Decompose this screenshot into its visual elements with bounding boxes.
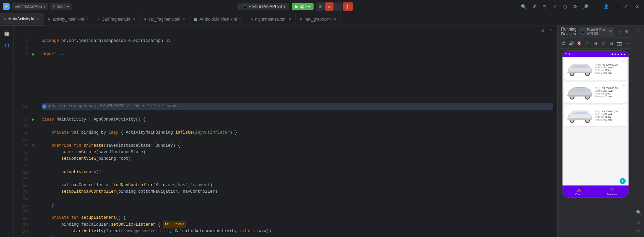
svg-rect-14: [567, 118, 592, 120]
breadcrumb-icon[interactable]: ⊟: [539, 27, 546, 34]
tab-car-fragment-xml[interactable]: ≷ car_fragment.xml ✕: [140, 13, 190, 25]
panel-settings-button[interactable]: ⚙: [624, 28, 630, 35]
line-numbers: 1 2 3 11 12 13 14 15 16 17 18 19: [14, 35, 29, 237]
phone-nav-carros[interactable]: 🚗 Carros: [563, 185, 596, 197]
device-label: Pixel 6 Pro API 33: [249, 4, 282, 9]
stop-button[interactable]: ■: [325, 2, 334, 11]
favorite-star-2[interactable]: ☆: [622, 84, 625, 88]
svg-rect-9: [567, 95, 592, 96]
close-tab-icon[interactable]: ✕: [132, 17, 135, 21]
tab-label: car_fragment.xml: [149, 17, 181, 22]
build-error-button[interactable]: ▌: [343, 2, 353, 11]
more-actions-button[interactable]: ⋮: [592, 2, 600, 11]
maximize-button[interactable]: □: [623, 2, 631, 11]
editor-area: ⊟ ✓ 1 2 3 11 12 13 14 15: [14, 25, 557, 237]
screenshot-button[interactable]: 📷: [616, 40, 623, 47]
code-line-16: override fun onCreate(savedInstanceState…: [42, 143, 553, 149]
chevron-down-icon-3: ▾: [283, 4, 285, 9]
favorite-star-3[interactable]: ☆: [622, 107, 625, 111]
nav-home[interactable]: □: [600, 40, 607, 47]
refresh-button[interactable]: ↺: [530, 2, 538, 11]
settings-button[interactable]: ⚙: [571, 2, 579, 11]
run-button[interactable]: ▶ app ▾: [292, 3, 314, 10]
code-line-13: [42, 123, 553, 129]
code-line-blank7: [42, 97, 553, 103]
account-button[interactable]: 👤: [602, 2, 610, 11]
sidebar-icon-more[interactable]: ⋯: [2, 65, 12, 75]
commit-text: Jessicaraissapessoa, 27/09/2023 21:58 • …: [48, 103, 182, 110]
tab-night-themes[interactable]: ≷ night\themes.xml ✕: [246, 13, 296, 25]
phone-bottom-nav: 🚗 Carros ♡ Favoritos: [563, 185, 629, 197]
phone-status-bar: 7:17 ◈◈▲▲▲: [563, 51, 629, 57]
device-selector-button[interactable]: 📱 Pixel 6 Pro API 33 ▾: [238, 3, 289, 10]
branch-label: main: [57, 4, 66, 9]
code-line-blank2: [42, 64, 553, 70]
close-tab-icon[interactable]: ✕: [288, 17, 291, 21]
close-tab-icon[interactable]: ✕: [86, 17, 89, 21]
git-branch-icon: ⑂: [53, 4, 55, 9]
car-bateria-2: Bateria 232 kWh: [596, 90, 620, 92]
tab-more-button[interactable]: ⋮: [341, 16, 351, 22]
tab-nav-graph[interactable]: ≷ nav_graph.xml ✕: [296, 13, 341, 25]
fit-button[interactable]: ⊡: [635, 227, 643, 236]
find-button[interactable]: 🔎: [581, 2, 590, 11]
code-line-25: }: [42, 202, 553, 208]
device-tab[interactable]: 📱 Pixel 6 Pro API 33 ✕: [579, 27, 614, 36]
phone-status-icons: ◈◈▲▲▲: [611, 53, 626, 56]
sync-button[interactable]: ⟳: [316, 2, 325, 11]
tab-main-activity[interactable]: K MainActivity.kt ✕: [0, 13, 44, 25]
close-tab-icon[interactable]: ✕: [334, 17, 336, 21]
car-potencia-2: Potência 100cv: [596, 92, 620, 95]
app-name-button[interactable]: ElectricCarApp ▾: [12, 3, 48, 10]
run-controls: ⟳ ■ ⋮ ▌: [316, 2, 353, 11]
tab-android-manifest[interactable]: 🤖 AndroidManifest.xml ✕: [189, 13, 246, 25]
panel-more-button[interactable]: ⋮: [616, 28, 622, 35]
close-tab-icon[interactable]: ✕: [239, 17, 242, 21]
close-tab-icon[interactable]: ✕: [36, 17, 39, 21]
tab-label: night\themes.xml: [255, 17, 286, 22]
rotate-button[interactable]: ⟳: [584, 40, 590, 47]
zoom-in-button[interactable]: 🔍: [635, 208, 643, 216]
phone-nav-favoritos[interactable]: ♡ Favoritos: [596, 185, 629, 197]
close-device-icon[interactable]: ✕: [609, 29, 612, 34]
close-tab-icon[interactable]: ✕: [182, 17, 185, 21]
search-everywhere-button[interactable]: 🔍: [520, 2, 528, 11]
code-line-17: super.onCreate(savedInstanceState): [42, 149, 553, 156]
more-button[interactable]: ⋮: [334, 2, 342, 11]
check-icon[interactable]: ✓: [548, 27, 555, 34]
tab-label: activity_main.xml: [53, 17, 84, 22]
sidebar-icons: 🤖 ⬡ ⑂ ⋯: [0, 25, 14, 237]
code-line-30: }: [42, 235, 553, 237]
car-image-2: [566, 84, 593, 101]
sidebar-icon-git[interactable]: ⑂: [2, 53, 12, 63]
more-device-tools[interactable]: ⋯: [624, 40, 631, 47]
heart-nav-icon: ♡: [610, 188, 614, 192]
code-line-22: val navController = findNavController(R.…: [42, 182, 553, 189]
minimize-button[interactable]: —: [612, 2, 621, 11]
power-button[interactable]: ⏻: [560, 40, 566, 47]
car-preco-1: Preço R$ 300.000,00: [596, 64, 620, 66]
sidebar-icon-android[interactable]: 🤖: [2, 28, 12, 38]
commit-avatar: 👤: [42, 104, 46, 109]
tab-activity-main[interactable]: ≷ activity_main.xml ✕: [44, 13, 93, 25]
expand-right-button[interactable]: +: [635, 27, 643, 35]
layout-button[interactable]: ⊟: [540, 2, 548, 11]
mute-button[interactable]: 🔇: [576, 40, 582, 47]
code-editor[interactable]: package br.com.jessicaraissapessoa.elect…: [37, 35, 557, 237]
fab-button[interactable]: +: [620, 178, 626, 184]
nav-recent[interactable]: ⊟: [608, 40, 615, 47]
car-details-3: Preço R$ 550.000,00 Bateria 432 kWh Potê…: [596, 110, 620, 121]
code-line-20: setupListeners(): [42, 169, 553, 176]
translate-button[interactable]: ⬡: [561, 2, 569, 11]
branch-button[interactable]: ⑂ main ▾: [50, 3, 72, 10]
nav-back[interactable]: ◀: [592, 40, 599, 47]
zoom-out-button[interactable]: ⊖: [635, 218, 643, 226]
main-area: 🤖 ⬡ ⑂ ⋯ ⊟ ✓ 1 2 3 11 12: [0, 25, 644, 237]
sidebar-icon-structure[interactable]: ⬡: [2, 41, 12, 50]
vcs-button[interactable]: ⑂: [550, 2, 559, 11]
tab-car-fragment[interactable]: K CarFragment.kt ✕: [93, 13, 139, 25]
car-card-3: Preço R$ 550.000,00 Bateria 432 kWh Potê…: [564, 105, 627, 126]
volume-button[interactable]: 🔊: [568, 40, 574, 47]
favorite-star-1[interactable]: ☆: [622, 60, 625, 64]
close-button[interactable]: ✕: [633, 2, 641, 11]
